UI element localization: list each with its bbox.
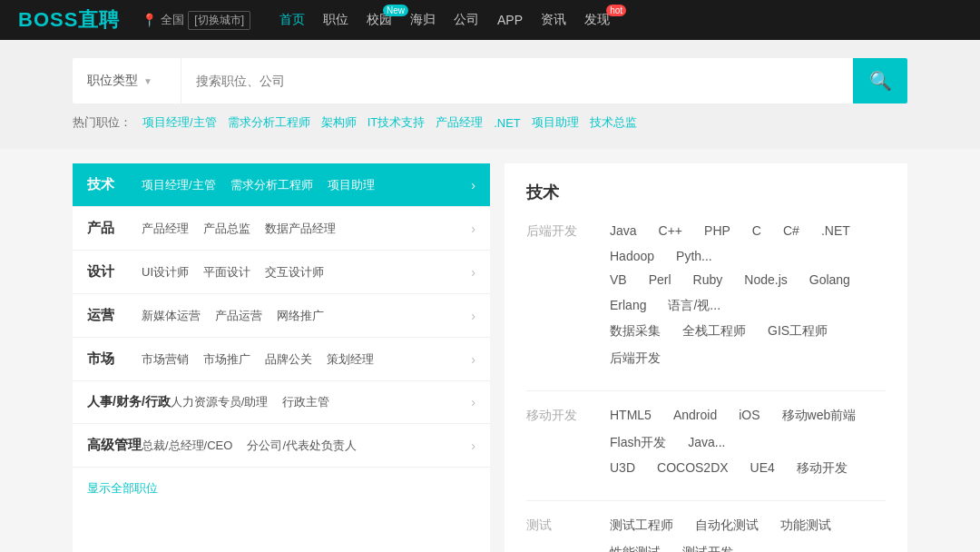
tech-golang[interactable]: Golang — [799, 271, 861, 289]
tech-mobile-web[interactable]: 移动web前端 — [771, 406, 867, 426]
city-switch-button[interactable]: [切换城市] — [188, 11, 250, 30]
sidebar-product-item-3[interactable]: 数据产品经理 — [265, 221, 336, 237]
sidebar-row-hr[interactable]: 人事/财务/行政 人力资源专员/助理 行政主管 › — [73, 381, 490, 424]
tech-hadoop[interactable]: Hadoop — [599, 247, 665, 265]
tech-cpp[interactable]: C++ — [648, 222, 693, 240]
sidebar-tech-arrow: › — [471, 178, 475, 192]
nav-link-company[interactable]: 公司 — [454, 12, 479, 28]
sidebar-row-market[interactable]: 市场 市场营销 市场推广 品牌公关 策划经理 › — [73, 338, 490, 381]
sidebar-tech-item-2[interactable]: 需求分析工程师 — [230, 177, 313, 193]
sidebar-market-item-4[interactable]: 策划经理 — [327, 351, 374, 368]
sidebar-market-item-2[interactable]: 市场推广 — [203, 351, 250, 368]
sidebar-ops-item-3[interactable]: 网络推广 — [277, 308, 324, 324]
nav-link-jobs[interactable]: 职位 — [323, 12, 348, 28]
tech-u3d[interactable]: U3D — [599, 458, 646, 478]
sidebar-hr-item-1[interactable]: 人力资源专员/助理 — [171, 394, 269, 410]
job-type-selector[interactable]: 职位类型 ▼ — [73, 58, 181, 104]
show-all-link[interactable]: 显示全部职位 — [73, 468, 490, 509]
dropdown-arrow-icon: ▼ — [143, 76, 152, 86]
nav-link-news[interactable]: 资讯 — [541, 12, 566, 28]
tech-python[interactable]: Pyth... — [665, 247, 723, 265]
tech-php[interactable]: PHP — [693, 222, 741, 240]
tech-category-mobile: 移动开发 — [526, 406, 599, 453]
city-name: 全国 — [161, 12, 184, 28]
tech-backend[interactable]: 后端开发 — [599, 349, 671, 369]
tech-perf-test[interactable]: 性能测试 — [599, 543, 671, 552]
hot-job-5[interactable]: 产品经理 — [436, 114, 483, 131]
sidebar-category-product: 产品 — [87, 220, 142, 237]
tech-mobile-dev[interactable]: 移动开发 — [786, 458, 858, 478]
tech-test-links1: 测试工程师 自动化测试 功能测试 性能测试 测试开发... — [599, 516, 886, 552]
sidebar-design-item-2[interactable]: 平面设计 — [203, 264, 250, 281]
tech-fullstack[interactable]: 全栈工程师 — [671, 321, 757, 341]
search-input[interactable] — [181, 74, 853, 88]
divider-2 — [526, 500, 886, 501]
hot-job-2[interactable]: 需求分析工程师 — [228, 114, 310, 131]
tech-nodejs[interactable]: Node.js — [733, 271, 798, 289]
tech-ruby[interactable]: Ruby — [682, 271, 734, 289]
tech-perl[interactable]: Perl — [638, 271, 682, 289]
nav-link-campus[interactable]: 校园 New — [367, 12, 392, 28]
search-button[interactable]: 🔍 — [853, 58, 907, 104]
tech-html5[interactable]: HTML5 — [599, 406, 662, 426]
sidebar-row-ops[interactable]: 运营 新媒体运营 产品运营 网络推广 › — [73, 294, 490, 338]
hot-job-1[interactable]: 项目经理/主管 — [142, 114, 217, 131]
tech-gis[interactable]: GIS工程师 — [757, 321, 838, 341]
sidebar-row-senior[interactable]: 高级管理 总裁/总经理/CEO 分公司/代表处负责人 › — [73, 424, 490, 468]
tech-flash[interactable]: Flash开发 — [599, 433, 677, 453]
sidebar-ops-item-1[interactable]: 新媒体运营 — [142, 308, 201, 324]
divider-1 — [526, 390, 886, 391]
sidebar-senior-item-1[interactable]: 总裁/总经理/CEO — [142, 438, 232, 454]
sidebar-product-item-2[interactable]: 产品总监 — [203, 221, 250, 237]
sidebar-market-item-3[interactable]: 品牌公关 — [265, 351, 312, 368]
sidebar: 技术 项目经理/主管 需求分析工程师 项目助理 › 产品 产品经理 产品总监 数… — [73, 163, 490, 552]
hot-jobs-bar: 热门职位： 项目经理/主管 需求分析工程师 架构师 IT技术支持 产品经理 .N… — [73, 114, 907, 131]
hot-job-7[interactable]: 项目助理 — [532, 114, 579, 131]
sidebar-senior-arrow: › — [471, 439, 475, 453]
nav-link-discover[interactable]: 发现 hot — [584, 12, 610, 28]
hot-job-3[interactable]: 架构师 — [321, 114, 357, 131]
tech-java[interactable]: Java — [599, 222, 648, 240]
sidebar-senior-item-2[interactable]: 分公司/代表处负责人 — [247, 438, 357, 454]
sidebar-tech-item-3[interactable]: 项目助理 — [328, 177, 375, 193]
nav-link-app[interactable]: APP — [497, 13, 523, 27]
tech-vb[interactable]: VB — [599, 271, 638, 289]
nav-link-haigui[interactable]: 海归 — [410, 12, 436, 28]
tech-ue4[interactable]: UE4 — [740, 458, 786, 478]
sidebar-product-item-1[interactable]: 产品经理 — [142, 221, 189, 237]
tech-section-mobile: 移动开发 HTML5 Android iOS 移动web前端 Flash开发 J… — [526, 406, 886, 478]
tech-c[interactable]: C — [741, 222, 772, 240]
sidebar-hr-items: 人力资源专员/助理 行政主管 — [171, 394, 472, 410]
tech-lang[interactable]: 语言/视... — [657, 296, 731, 316]
sidebar-row-product[interactable]: 产品 产品经理 产品总监 数据产品经理 › — [73, 207, 490, 251]
tech-android[interactable]: Android — [662, 406, 728, 426]
tech-backend-row3: 数据采集 全栈工程师 GIS工程师 后端开发 — [526, 321, 886, 369]
nav-link-home[interactable]: 首页 — [279, 12, 305, 28]
search-area: 职位类型 ▼ 🔍 热门职位： 项目经理/主管 需求分析工程师 架构师 IT技术支… — [0, 40, 980, 149]
tech-test-engineer[interactable]: 测试工程师 — [599, 516, 684, 536]
navigation: BOSS直聘 📍 全国 [切换城市] 首页 职位 校园 New 海归 公司 AP… — [0, 0, 980, 40]
hot-job-6[interactable]: .NET — [494, 116, 521, 130]
tech-java-mobile[interactable]: Java... — [677, 433, 736, 453]
nav-links: 首页 职位 校园 New 海归 公司 APP 资讯 发现 hot — [279, 12, 610, 28]
tech-dotnet[interactable]: .NET — [810, 222, 861, 240]
job-type-label: 职位类型 — [87, 73, 138, 89]
sidebar-ops-item-2[interactable]: 产品运营 — [215, 308, 262, 324]
tech-csharp[interactable]: C# — [772, 222, 810, 240]
sidebar-hr-item-2[interactable]: 行政主管 — [282, 394, 329, 410]
tech-test-dev[interactable]: 测试开发... — [671, 543, 755, 552]
sidebar-design-item-3[interactable]: 交互设计师 — [265, 264, 324, 281]
tech-auto-test[interactable]: 自动化测试 — [684, 516, 769, 536]
tech-func-test[interactable]: 功能测试 — [769, 516, 842, 536]
tech-erlang[interactable]: Erlang — [599, 296, 657, 316]
hot-job-8[interactable]: 技术总监 — [590, 114, 637, 131]
tech-cocos[interactable]: COCOS2DX — [646, 458, 740, 478]
sidebar-design-item-1[interactable]: UI设计师 — [142, 264, 189, 281]
sidebar-tech-item-1[interactable]: 项目经理/主管 — [142, 177, 216, 193]
sidebar-market-item-1[interactable]: 市场营销 — [142, 351, 189, 368]
tech-datacollect[interactable]: 数据采集 — [599, 321, 671, 341]
tech-ios[interactable]: iOS — [728, 406, 770, 426]
hot-job-4[interactable]: IT技术支持 — [368, 114, 426, 131]
sidebar-row-tech[interactable]: 技术 项目经理/主管 需求分析工程师 项目助理 › — [73, 163, 490, 207]
sidebar-row-design[interactable]: 设计 UI设计师 平面设计 交互设计师 › — [73, 251, 490, 294]
